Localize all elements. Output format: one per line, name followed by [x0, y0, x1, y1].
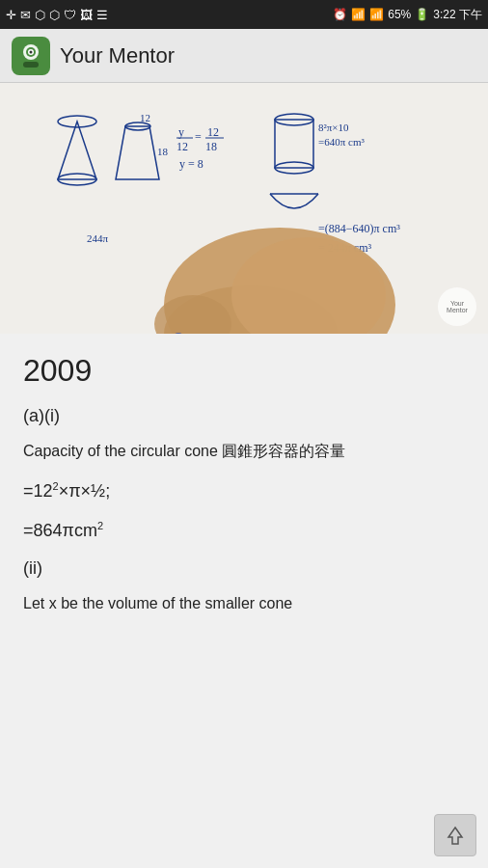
- svg-point-3: [30, 50, 33, 53]
- formula2: =864πcm2: [23, 519, 465, 543]
- whiteboard-image: 8²π×10 =640π cm³ y 12 = 12 18 y = 8 12 1…: [0, 83, 488, 334]
- svg-text:12: 12: [207, 125, 219, 139]
- nav2-icon: ⬡: [49, 8, 60, 22]
- upload-button[interactable]: [434, 814, 476, 856]
- section-ii-label: (ii): [23, 558, 465, 579]
- svg-text:y: y: [178, 125, 184, 139]
- app-bar: Your Mentor: [0, 29, 488, 83]
- app-logo-icon: [17, 42, 44, 69]
- problem-description: Capacity of the circular cone 圓錐形容器的容量: [23, 440, 465, 464]
- status-left-icons: ✛ ✉ ⬡ ⬡ 🛡 🖼 ☰: [6, 8, 108, 22]
- section-ai-label: (a)(i): [23, 406, 465, 426]
- wifi-icon: 📶: [351, 8, 366, 21]
- content-area: 2009 (a)(i) Capacity of the circular con…: [0, 334, 488, 868]
- add-icon: ✛: [6, 8, 16, 22]
- image-icon: 🖼: [80, 8, 93, 22]
- svg-text:=(884−640)π cm³: =(884−640)π cm³: [318, 222, 400, 235]
- svg-text:12: 12: [140, 112, 150, 123]
- menu-icon: ☰: [96, 8, 108, 22]
- battery-icon: 🔋: [415, 8, 429, 21]
- signal-icon: 📶: [369, 8, 384, 21]
- time-display: 3:22 下午: [433, 7, 482, 23]
- status-bar: ✛ ✉ ⬡ ⬡ 🛡 🖼 ☰ ⏰ 📶 📶 65% 🔋 3:22 下午: [0, 0, 488, 29]
- app-title: Your Mentor: [60, 43, 175, 68]
- svg-text:=640π cm³: =640π cm³: [318, 136, 365, 148]
- video-thumbnail[interactable]: 8²π×10 =640π cm³ y 12 = 12 18 y = 8 12 1…: [0, 83, 488, 334]
- svg-text:18: 18: [157, 146, 169, 157]
- email-icon: ✉: [20, 8, 31, 22]
- math-writing-svg: 8²π×10 =640π cm³ y 12 = 12 18 y = 8 12 1…: [0, 83, 488, 334]
- svg-rect-4: [23, 62, 39, 68]
- nav1-icon: ⬡: [35, 8, 45, 22]
- alarm-icon: ⏰: [333, 8, 347, 21]
- battery-label: 65%: [388, 8, 411, 21]
- year-heading: 2009: [23, 353, 465, 389]
- let-text: Let x be the volume of the smaller cone: [23, 592, 465, 616]
- svg-text:=: =: [195, 130, 202, 144]
- svg-text:244π: 244π: [87, 232, 109, 244]
- app-icon: [12, 37, 50, 75]
- svg-text:12: 12: [176, 140, 188, 153]
- svg-text:y = 8: y = 8: [179, 157, 203, 171]
- svg-text:8²π×10: 8²π×10: [318, 122, 349, 133]
- shield-icon: 🛡: [64, 8, 76, 22]
- status-right-info: ⏰ 📶 📶 65% 🔋 3:22 下午: [333, 7, 482, 23]
- watermark: YourMentor: [438, 287, 476, 326]
- upload-arrow-icon: [445, 825, 466, 846]
- svg-marker-33: [448, 827, 462, 844]
- svg-text:18: 18: [205, 140, 217, 153]
- formula1: =122×π×½;: [23, 479, 465, 503]
